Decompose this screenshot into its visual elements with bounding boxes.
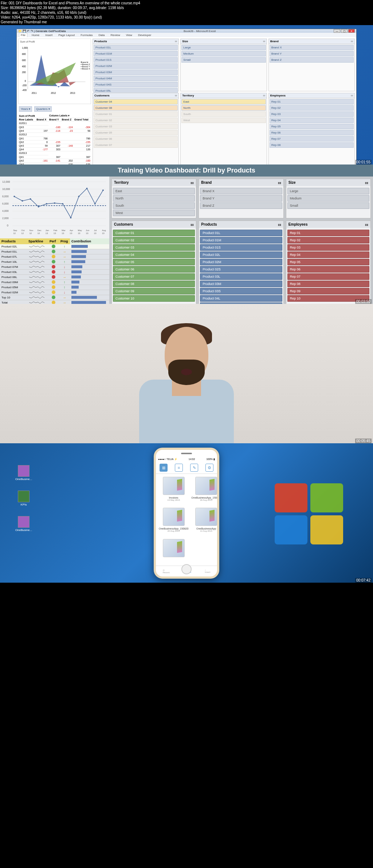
table-row[interactable]: Product 02M↓ — [0, 290, 109, 295]
slicer-item[interactable]: Customer 05 — [94, 130, 178, 135]
slicer-item[interactable]: Rep 02 — [287, 237, 369, 243]
file-card[interactable]: OneBusinessApp11 Aug 2015 — [191, 508, 217, 536]
slicer-item[interactable]: Large — [181, 45, 266, 50]
slicer-item[interactable]: East — [113, 188, 195, 194]
slicer-territory[interactable]: Territory⚏EastNorthSouthWest — [180, 93, 267, 170]
table-row[interactable]: Product 09M↑ — [0, 280, 109, 285]
slicer-item[interactable]: Rep 07 — [270, 136, 354, 142]
slicer-item[interactable]: Customer 02 — [113, 237, 195, 243]
slicer-item[interactable]: Customer 03 — [94, 124, 178, 129]
slicer-item[interactable]: Rep 04 — [270, 118, 354, 123]
quarters-filter[interactable]: Quarters ▾ — [34, 106, 51, 112]
slicer-item[interactable]: Rep 09 — [287, 288, 369, 294]
slicer-item[interactable]: Brand Z — [200, 202, 282, 209]
slicer-item[interactable]: Brand X — [200, 188, 282, 194]
slicer-brand[interactable]: Brand⚏Brand XBrand YBrand Z — [268, 39, 355, 91]
slicer-item[interactable]: Brand Y — [200, 195, 282, 202]
table-row[interactable]: Product 02L↑ — [0, 244, 109, 249]
slicer-employees[interactable]: Employees⚏Rep 01Rep 02Rep 03Rep 04Rep 05… — [268, 93, 355, 170]
slicer-item[interactable]: Brand X — [270, 45, 354, 50]
ribbon-tab[interactable]: Data — [97, 33, 106, 37]
ribbon-tab[interactable]: Formulas — [79, 33, 94, 37]
slicer-item[interactable]: Customer 09 — [113, 288, 195, 294]
table-row[interactable]: Product 06L→ — [0, 275, 109, 280]
list-view-icon[interactable]: ≡ — [175, 464, 183, 472]
file-card[interactable]: OneBusinessApp_15082020 Aug 2015 — [159, 508, 188, 536]
slicer-item[interactable]: Rep 01 — [270, 99, 354, 104]
slicer-item[interactable]: Product 01L — [200, 230, 282, 236]
file-card[interactable] — [159, 539, 188, 563]
slicer-item[interactable]: Product 03M — [94, 70, 178, 75]
slicer-item[interactable]: East — [181, 99, 266, 104]
table-row[interactable]: Product 05M↑ — [0, 285, 109, 290]
slicer-item[interactable]: Customer 08 — [113, 281, 195, 287]
slicer-item[interactable]: North — [113, 195, 195, 202]
quick-access[interactable]: 📁 💾 ↶ ↷ | Generate GetPivotData — [18, 29, 66, 33]
slicer-item[interactable]: Rep 04 — [287, 251, 369, 258]
slicer-item[interactable]: Product 01M — [94, 51, 178, 56]
slicer-size[interactable]: Size⚏LargeMediumSmall — [180, 39, 267, 91]
slicer-item[interactable]: Customer 10 — [113, 295, 195, 302]
slicer-item[interactable]: Product 01M — [200, 237, 282, 243]
slicer-size[interactable]: Size⚏LargeMediumSmall — [286, 179, 371, 218]
ribbon-tab[interactable]: Developer — [137, 33, 153, 37]
home-button[interactable] — [181, 564, 192, 574]
slicer-item[interactable]: Product 02M — [200, 259, 282, 265]
desktop-icon[interactable]: KPIs — [15, 491, 33, 506]
ribbon-tab[interactable]: Review — [109, 33, 121, 37]
slicer-item[interactable]: Rep 05 — [287, 259, 369, 265]
slicer-item[interactable]: Customer 04 — [113, 251, 195, 258]
slicer-item[interactable]: Customer 07 — [113, 273, 195, 280]
slicer-item[interactable]: Brand Z — [270, 57, 354, 63]
slicer-item[interactable]: Rep 07 — [287, 273, 369, 280]
table-row[interactable]: Product 07L→ — [0, 254, 109, 259]
slicer-item[interactable]: Product 04L — [200, 295, 282, 302]
ribbon-tab[interactable]: Home — [30, 33, 41, 37]
slicer-customers[interactable]: Customers⚏Customer 04Customer 08Customer… — [93, 93, 179, 170]
slicer-item[interactable]: Product 01S — [200, 244, 282, 251]
slicer-item[interactable]: Rep 08 — [270, 142, 354, 148]
slicer-brand[interactable]: Brand⚏Brand XBrand YBrand Z — [199, 179, 283, 218]
slicer-item[interactable]: Product 02L — [200, 251, 282, 258]
ribbon-tab[interactable]: Page Layout — [57, 33, 76, 37]
slicer-item[interactable]: Customer 03 — [113, 244, 195, 251]
slicer-item[interactable]: Product 02M — [94, 63, 178, 69]
insert-tab[interactable]: ↓Insert — [205, 569, 210, 573]
slicer-item[interactable]: Product 04S — [94, 82, 178, 87]
table-row[interactable]: Product 10L↑ — [0, 259, 109, 265]
slicer-item[interactable]: Rep 02 — [270, 105, 354, 111]
slicer-item[interactable]: Rep 01 — [287, 230, 369, 236]
slicer-item[interactable]: Customer 06 — [113, 266, 195, 273]
table-row[interactable]: Product 07M↓ — [0, 265, 109, 270]
desktop-icon[interactable]: OneBusine... — [15, 465, 33, 481]
slicer-item[interactable]: Rep 03 — [287, 244, 369, 251]
slicer-territory[interactable]: Territory⚏EastNorthSouthWest — [111, 179, 196, 218]
close-button[interactable]: ✕ — [348, 29, 355, 33]
slicer-item[interactable]: Brand Y — [270, 51, 354, 56]
desktop-icon[interactable]: OneBusine... — [15, 516, 33, 532]
minimize-button[interactable]: — — [334, 29, 340, 33]
file-card[interactable]: Invoices13 May 2015 — [159, 477, 188, 505]
slicer-item[interactable]: Customer 04 — [94, 99, 178, 104]
slicer-item[interactable]: Product 01S — [94, 57, 178, 63]
slicer-item[interactable]: Customer 02 — [94, 118, 178, 123]
slicer-item[interactable]: Customer 06 — [94, 136, 178, 142]
slicer-item[interactable]: Rep 06 — [287, 266, 369, 273]
slicer-products[interactable]: Products⚏Product 01LProduct 01MProduct 0… — [93, 39, 179, 91]
pivot-table[interactable]: Sum of ProfitColumn Labels ▾Row LabelsBr… — [18, 114, 91, 170]
slicer-item[interactable]: Rep 08 — [287, 281, 369, 287]
slicer-item[interactable]: South — [113, 202, 195, 209]
slicer-item[interactable]: Rep 03 — [270, 111, 354, 117]
maximize-button[interactable]: ▢ — [341, 29, 348, 33]
slicer-item[interactable]: Rep 06 — [270, 130, 354, 135]
slicer-item[interactable]: Customer 01 — [113, 230, 195, 236]
slicer-item[interactable]: Product 03S — [200, 288, 282, 294]
slicer-item[interactable]: Customer 01 — [94, 111, 178, 117]
slicer-item[interactable]: Large — [287, 188, 369, 194]
ribbon-tab[interactable]: View — [125, 33, 134, 37]
slicer-item[interactable]: Medium — [287, 195, 369, 202]
settings-icon[interactable]: ⚙ — [205, 464, 213, 472]
slicer-item[interactable]: North — [181, 105, 266, 111]
years-filter[interactable]: Years ▾ — [19, 106, 32, 112]
grid-view-icon[interactable]: ⊞ — [160, 464, 168, 472]
